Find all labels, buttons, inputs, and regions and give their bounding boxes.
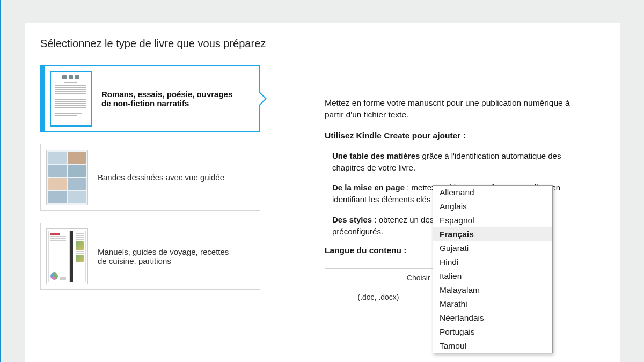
text-page-icon	[50, 71, 92, 127]
language-option[interactable]: Allemand	[433, 186, 552, 200]
book-type-card-manuals[interactable]: Manuels, guides de voyage, recettes de c…	[40, 223, 260, 290]
subhead: Utilisez Kindle Create pour ajouter :	[325, 131, 572, 141]
language-option[interactable]: Espagnol	[433, 213, 552, 227]
language-option[interactable]: Gujarati	[433, 241, 552, 255]
app-window: Sélectionnez le type de livre que vous p…	[0, 0, 644, 362]
card-label: Bandes dessinées avec vue guidée	[98, 173, 224, 182]
book-type-card-comics[interactable]: Bandes dessinées avec vue guidée	[40, 144, 260, 211]
book-type-list: Romans, essais, poésie, ouvrages de non-…	[40, 65, 260, 301]
language-option[interactable]: Tamoul	[433, 339, 552, 353]
language-option[interactable]: Portugais	[433, 325, 552, 339]
section-title: Sélectionnez le type de livre que vous p…	[40, 38, 605, 50]
language-option[interactable]: Italien	[433, 269, 552, 283]
card-label: Romans, essais, poésie, ouvrages de non-…	[101, 90, 241, 108]
card-label: Manuels, guides de voyage, recettes de c…	[98, 247, 237, 265]
language-option[interactable]: Malayalam	[433, 283, 552, 297]
language-option[interactable]: Français	[433, 227, 552, 241]
feature-toc: Une table des matières grâce à l'identif…	[332, 150, 572, 174]
file-hint: (.doc, .docx)	[325, 293, 432, 301]
comic-grid-icon	[46, 150, 88, 205]
lead-text: Mettez en forme votre manuscrit pour une…	[325, 97, 572, 121]
language-option[interactable]: Néerlandais	[433, 311, 552, 325]
language-dropdown[interactable]: AllemandAnglaisEspagnolFrançaisGujaratiH…	[433, 185, 553, 353]
manual-spread-icon	[46, 228, 88, 284]
language-option[interactable]: Anglais	[433, 200, 552, 213]
language-label: Langue du contenu :	[325, 246, 406, 255]
language-option[interactable]: Hindi	[433, 255, 552, 269]
book-type-card-novels[interactable]: Romans, essais, poésie, ouvrages de non-…	[40, 65, 260, 132]
language-option[interactable]: Marathi	[433, 297, 552, 311]
